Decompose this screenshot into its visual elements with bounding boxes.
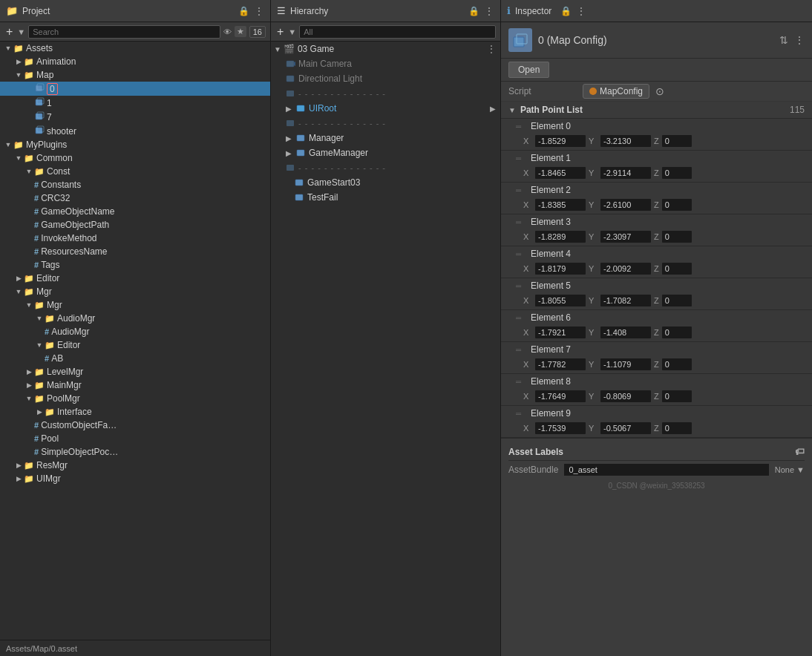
tree-item-interface[interactable]: ▶ 📁 Interface	[0, 405, 270, 419]
path-point-list-header[interactable]: ▼ Path Point List 115	[501, 102, 812, 119]
tree-item-ab[interactable]: # AB	[0, 352, 270, 365]
element-9-x-input[interactable]	[535, 422, 586, 434]
element-3-z-input[interactable]	[662, 231, 692, 243]
hierarchy-menu-icon[interactable]: ⋮	[484, 5, 494, 17]
asset-bundle-dropdown[interactable]: None ▼	[775, 465, 805, 474]
element-7-z-input[interactable]	[662, 358, 692, 370]
hierarchy-search-input[interactable]	[299, 25, 496, 39]
tree-item-resourcesname[interactable]: # ResourcesName	[0, 245, 270, 258]
element-8-x-input[interactable]	[535, 390, 586, 402]
hier-item-testfail[interactable]: TestFail	[271, 190, 500, 205]
mapconfig-badge[interactable]: MapConfig	[583, 84, 649, 99]
resourcesname-hash-icon: #	[34, 247, 39, 256]
tree-item-shooter[interactable]: shooter	[0, 124, 270, 138]
element-6-x-input[interactable]	[535, 327, 586, 338]
element-4-z-input[interactable]	[662, 263, 692, 275]
tree-item-poolmgr[interactable]: ▼ 📁 PoolMgr	[0, 392, 270, 405]
element-8-y-input[interactable]	[600, 390, 651, 402]
element-3-x-input[interactable]	[535, 231, 586, 243]
tree-item-constants[interactable]: # Constants	[0, 178, 270, 191]
script-settings-icon[interactable]: ⊙	[655, 85, 664, 97]
project-add-button[interactable]: +	[4, 26, 14, 38]
mainmgr-arrow: ▶	[24, 380, 34, 390]
tree-item-mainmgr[interactable]: ▶ 📁 MainMgr	[0, 378, 270, 392]
element-2-y-input[interactable]	[600, 199, 651, 211]
eye-icon[interactable]: 👁	[223, 27, 232, 36]
tree-item-map-1[interactable]: 1	[0, 96, 270, 110]
inspector-obj-menu[interactable]: ⋮	[794, 34, 805, 46]
hierarchy-add-button[interactable]: +	[275, 26, 285, 38]
tree-item-editor[interactable]: ▶ 📁 Editor	[0, 272, 270, 285]
tree-item-simpleobjectpoc[interactable]: # SimpleObjectPoc…	[0, 445, 270, 459]
tree-item-pool[interactable]: # Pool	[0, 432, 270, 445]
tree-item-uimgr[interactable]: ▶ 📁 UIMgr	[0, 472, 270, 485]
element-6-y-input[interactable]	[600, 327, 651, 338]
element-4-y-input[interactable]	[600, 263, 651, 275]
element-1-y-input[interactable]	[600, 167, 651, 179]
tree-item-customobjectfa[interactable]: # CustomObjectFa…	[0, 419, 270, 432]
element-5-x-input[interactable]	[535, 295, 586, 306]
project-menu-icon[interactable]: ⋮	[254, 5, 264, 17]
tree-item-common[interactable]: ▼ 📁 Common	[0, 151, 270, 165]
element-4-x-input[interactable]	[535, 263, 586, 275]
tree-item-resmgr[interactable]: ▶ 📁 ResMgr	[0, 459, 270, 472]
tree-item-gameobjectpath[interactable]: # GameObjectPath	[0, 218, 270, 232]
sep1-line: - - - - - - - - - - - - - -	[298, 89, 386, 98]
star-icon[interactable]: ★	[235, 26, 246, 37]
tree-item-mgr2[interactable]: ▼ 📁 Mgr	[0, 298, 270, 312]
element-9-y-input[interactable]	[600, 422, 651, 434]
inspector-lock-icon[interactable]: 🔒	[560, 6, 572, 16]
element-5-y-input[interactable]	[600, 295, 651, 306]
element-0-x-input[interactable]	[535, 135, 586, 147]
element-2-x-input[interactable]	[535, 199, 586, 211]
inspector-settings-icon[interactable]: ⇅	[779, 34, 788, 46]
hier-item-manager[interactable]: ▶ Manager	[271, 131, 500, 145]
hier-item-uiroot[interactable]: ▶ UIRoot ▶	[271, 101, 500, 116]
tree-item-map-0[interactable]: 0	[0, 82, 270, 96]
element-5-z-input[interactable]	[662, 295, 692, 306]
element-7-x-input[interactable]	[535, 358, 586, 370]
project-lock-icon[interactable]: 🔒	[238, 6, 249, 16]
element-9-z-input[interactable]	[662, 422, 692, 434]
hier-item-directionallight[interactable]: Directional Light	[271, 71, 500, 86]
tree-item-const[interactable]: ▼ 📁 Const	[0, 165, 270, 178]
asset-bundle-input[interactable]	[564, 464, 768, 476]
tree-item-map-7[interactable]: 7	[0, 110, 270, 124]
element-1-x-input[interactable]	[535, 167, 586, 179]
tree-item-tags[interactable]: # Tags	[0, 258, 270, 272]
element-3-y-input[interactable]	[600, 231, 651, 243]
scene-menu[interactable]: ⋮	[487, 44, 496, 54]
hier-item-gamestart03[interactable]: GameStart03	[271, 175, 500, 190]
hier-item-maincamera[interactable]: Main Camera	[271, 56, 500, 71]
const-label: Const	[47, 166, 70, 177]
tree-item-mgr[interactable]: ▼ 📁 Mgr	[0, 285, 270, 298]
element-8-z-label: Z	[654, 392, 659, 401]
element-8-z-input[interactable]	[662, 390, 692, 402]
hier-item-gamemanager[interactable]: ▶ GameManager	[271, 145, 500, 160]
element-1-z-input[interactable]	[662, 167, 692, 179]
tree-item-audiomgr-folder[interactable]: ▼ 📁 AudioMgr	[0, 312, 270, 325]
const-arrow: ▼	[24, 166, 34, 177]
tree-item-audiomgr-script[interactable]: # AudioMgr	[0, 325, 270, 338]
tree-item-levelmgr[interactable]: ▶ 📁 LevelMgr	[0, 365, 270, 378]
tree-item-invokemethod[interactable]: # InvokeMethod	[0, 232, 270, 245]
hierarchy-lock-icon[interactable]: 🔒	[468, 6, 479, 16]
element-2-z-input[interactable]	[662, 199, 692, 211]
project-search-input[interactable]	[28, 25, 220, 39]
tree-item-crc32[interactable]: # CRC32	[0, 191, 270, 205]
open-button[interactable]: Open	[508, 62, 549, 78]
hier-item-scene[interactable]: ▼ 🎬 03 Game ⋮	[271, 42, 500, 56]
asset-labels-tag-icon[interactable]: 🏷	[795, 446, 805, 457]
inspector-menu-icon[interactable]: ⋮	[576, 5, 586, 17]
uiroot-expand-arrow: ▶	[286, 105, 295, 113]
tree-item-myplugins[interactable]: ▼ 📁 MyPlugins	[0, 138, 270, 151]
tree-item-gameobjectname[interactable]: # GameObjectName	[0, 205, 270, 218]
element-7-y-input[interactable]	[600, 358, 651, 370]
tree-item-animation[interactable]: ▶ 📁 Animation	[0, 55, 270, 68]
tree-item-assets[interactable]: ▼ 📁 Assets	[0, 42, 270, 55]
element-6-z-input[interactable]	[662, 327, 692, 338]
tree-item-map[interactable]: ▼ 📁 Map	[0, 68, 270, 82]
element-0-y-input[interactable]	[600, 135, 651, 147]
element-0-z-input[interactable]	[662, 135, 692, 147]
tree-item-editor2-folder[interactable]: ▼ 📁 Editor	[0, 338, 270, 352]
